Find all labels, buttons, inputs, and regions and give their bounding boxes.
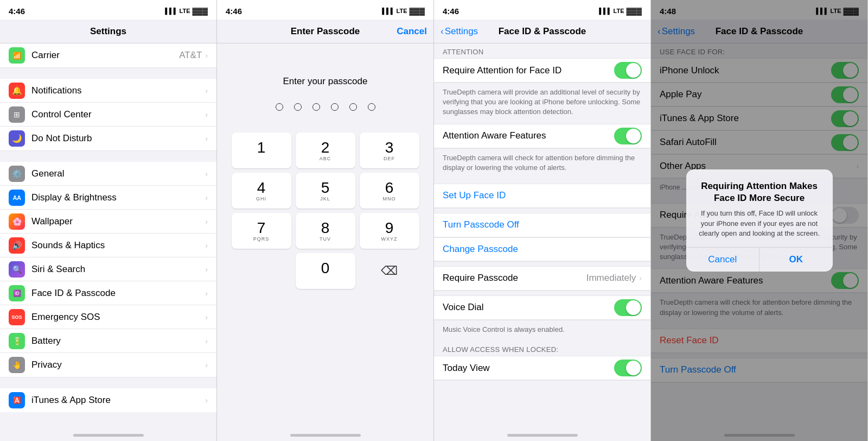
siri-row[interactable]: 🔍 Siri & Search ›: [0, 257, 216, 281]
change-passcode-label: Change Passcode: [443, 244, 518, 255]
sub-1: [260, 156, 263, 161]
attention-aware-toggle[interactable]: [614, 128, 642, 144]
time-3: 4:46: [443, 7, 459, 16]
sep-c: [434, 262, 650, 266]
key-7[interactable]: 7 PQRS: [232, 213, 291, 249]
key-1[interactable]: 1: [232, 133, 291, 168]
voice-dial-row[interactable]: Voice Dial: [434, 296, 650, 320]
dialog-title: Requiring Attention Makes Face ID More S…: [695, 180, 824, 204]
settings-list[interactable]: 📶 Carrier AT&T › 🔔 Notifications › ⊞ Con…: [0, 43, 216, 430]
sounds-chevron: ›: [205, 241, 208, 250]
dialog-ok-button[interactable]: OK: [760, 248, 833, 272]
key-4[interactable]: 4 GHI: [232, 173, 291, 209]
siri-label: Siri & Search: [31, 264, 205, 275]
panel-faceid-dialog: 4:48 ▌▌▌ LTE ▓▓▓ ‹ Settings Face ID & Pa…: [651, 0, 868, 441]
itunes-label: iTunes & App Store: [31, 395, 205, 406]
passcode-dots: [276, 103, 375, 111]
dialog-buttons: Cancel OK: [686, 247, 833, 272]
key-0[interactable]: 0: [296, 253, 355, 289]
require-attention-toggle[interactable]: [614, 62, 642, 79]
back-label-3: Settings: [445, 26, 478, 37]
home-indicator-2: [290, 434, 361, 437]
setup-faceid-row[interactable]: Set Up Face ID: [434, 184, 650, 208]
carrier-row[interactable]: 📶 Carrier AT&T ›: [0, 43, 216, 67]
sep-a: [434, 179, 650, 184]
change-passcode-row[interactable]: Change Passcode: [434, 237, 650, 261]
emergency-row[interactable]: SOS Emergency SOS ›: [0, 305, 216, 329]
notifications-row[interactable]: 🔔 Notifications ›: [0, 79, 216, 103]
turn-passcode-off-row[interactable]: Turn Passcode Off: [434, 213, 650, 237]
sep-d: [434, 291, 650, 295]
notifications-chevron: ›: [205, 86, 208, 95]
back-button-3[interactable]: ‹ Settings: [441, 26, 478, 37]
key-6[interactable]: 6 MNO: [360, 173, 419, 209]
attention-aware-row[interactable]: Attention Aware Features: [434, 124, 650, 148]
dnd-label: Do Not Disturb: [31, 133, 205, 144]
digit-5: 5: [321, 180, 330, 196]
faceid-nav-title: Face ID & Passcode: [499, 26, 586, 37]
home-indicator-1: [73, 434, 144, 437]
passcode-dot-2: [294, 103, 302, 111]
signal-icon-2: ▌▌▌ LTE: [382, 8, 407, 14]
sep-b: [434, 209, 650, 213]
privacy-chevron: ›: [205, 361, 208, 369]
status-icons-3: ▌▌▌ LTE ▓▓▓: [599, 7, 642, 15]
digit-9: 9: [385, 220, 394, 236]
passcode-dot-3: [312, 103, 320, 111]
passcode-dot-5: [349, 103, 357, 111]
battery-icon-2: ▓▓▓: [410, 7, 425, 15]
today-view-row[interactable]: Today View: [434, 356, 650, 380]
attention-aware-label: Attention Aware Features: [443, 130, 614, 141]
key-2[interactable]: 2 ABC: [296, 133, 355, 168]
voice-dial-toggle[interactable]: [614, 299, 642, 316]
digit-4: 4: [257, 180, 266, 196]
delete-key[interactable]: ⌫: [360, 253, 419, 289]
key-5[interactable]: 5 JKL: [296, 173, 355, 209]
require-attention-row[interactable]: Require Attention for Face ID: [434, 59, 650, 83]
key-8[interactable]: 8 TUV: [296, 213, 355, 249]
nav-title-1: Settings: [90, 26, 126, 37]
battery-chevron: ›: [205, 337, 208, 345]
delete-icon: ⌫: [381, 264, 398, 278]
privacy-row[interactable]: 🤚 Privacy ›: [0, 353, 216, 377]
key-9[interactable]: 9 WXYZ: [360, 213, 419, 249]
wallpaper-chevron: ›: [205, 217, 208, 226]
today-view-toggle[interactable]: [614, 360, 642, 376]
faceid-row[interactable]: 🆔 Face ID & Passcode ›: [0, 281, 216, 305]
control-center-chevron: ›: [205, 110, 208, 119]
control-center-row[interactable]: ⊞ Control Center ›: [0, 103, 216, 127]
carrier-label: Carrier: [31, 50, 179, 61]
cancel-button[interactable]: Cancel: [397, 26, 427, 37]
digit-2: 2: [321, 140, 330, 155]
passcode-content: Enter your passcode 1 2 ABC 3: [217, 43, 433, 430]
carrier-chevron: ›: [205, 51, 208, 60]
do-not-disturb-row[interactable]: 🌙 Do Not Disturb ›: [0, 127, 216, 150]
key-3[interactable]: 3 DEF: [360, 133, 419, 168]
require-passcode-row[interactable]: Require Passcode Immediately ›: [434, 267, 650, 291]
itunes-icon: 🅰️: [9, 392, 25, 408]
attention-header: ATTENTION: [434, 43, 650, 58]
status-bar-2: 4:46 ▌▌▌ LTE ▓▓▓: [217, 0, 433, 20]
faceid-content[interactable]: ATTENTION Require Attention for Face ID …: [434, 43, 650, 430]
numpad-row-4: 0 ⌫: [226, 253, 425, 289]
sub-2: ABC: [320, 156, 331, 161]
require-passcode-chevron: ›: [639, 274, 642, 282]
battery-row[interactable]: 🔋 Battery ›: [0, 329, 216, 353]
wallpaper-row[interactable]: 🌸 Wallpaper ›: [0, 210, 216, 234]
status-bar-1: 4:46 ▌▌▌ LTE ▓▓▓: [0, 0, 216, 20]
dnd-chevron: ›: [205, 134, 208, 143]
itunes-row[interactable]: 🅰️ iTunes & App Store ›: [0, 388, 216, 412]
general-label: General: [31, 168, 205, 179]
numpad: 1 2 ABC 3 DEF 4 GHI 5: [217, 133, 433, 293]
carrier-value: AT&T: [179, 50, 202, 61]
attention-dialog: Requiring Attention Makes Face ID More S…: [686, 169, 833, 272]
faceid-label: Face ID & Passcode: [31, 288, 205, 299]
sounds-row[interactable]: 🔊 Sounds & Haptics ›: [0, 234, 216, 257]
dialog-cancel-button[interactable]: Cancel: [686, 248, 760, 272]
sub-8: TUV: [320, 236, 331, 242]
siri-chevron: ›: [205, 265, 208, 274]
general-row[interactable]: ⚙️ General ›: [0, 162, 216, 186]
sounds-icon: 🔊: [9, 237, 25, 254]
status-icons-1: ▌▌▌ LTE ▓▓▓: [165, 7, 208, 15]
display-brightness-row[interactable]: AA Display & Brightness ›: [0, 186, 216, 210]
